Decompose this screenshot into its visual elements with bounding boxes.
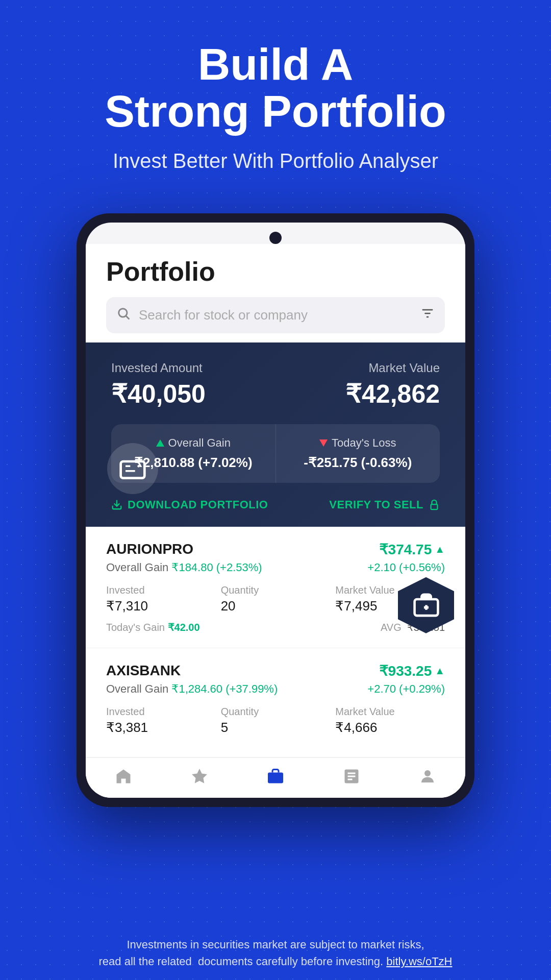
stats-card: Invested Amount ₹40,050 Market Value ₹42… xyxy=(86,342,465,527)
nav-profile[interactable] xyxy=(418,767,437,786)
download-portfolio-button[interactable]: DOWNLOAD PORTFOLIO xyxy=(111,498,268,511)
svg-line-6 xyxy=(126,316,129,318)
down-arrow-icon xyxy=(319,439,328,447)
hero-subtitle: Invest Better With Portfolio Analyser xyxy=(31,150,520,173)
aurionpro-name: AURIONPRO xyxy=(106,541,193,557)
phone-screen: Portfolio Search for stock or company xyxy=(86,223,465,798)
search-bar[interactable]: Search for stock or company xyxy=(106,297,445,333)
stats-top-row: Invested Amount ₹40,050 Market Value ₹42… xyxy=(111,361,440,409)
today-loss-block: Today's Loss -₹251.75 (-0.63%) xyxy=(276,424,440,483)
svg-point-17 xyxy=(424,770,431,776)
search-icon xyxy=(116,306,131,324)
svg-point-1 xyxy=(137,465,140,468)
disclaimer-link[interactable]: bitly.ws/oTzH xyxy=(386,955,452,968)
action-row: DOWNLOAD PORTFOLIO VERIFY TO SELL xyxy=(111,498,440,511)
verify-to-sell-button[interactable]: VERIFY TO SELL xyxy=(329,498,440,511)
up-arrow-icon xyxy=(156,439,164,447)
svg-rect-11 xyxy=(431,504,438,509)
portfolio-page-title: Portfolio xyxy=(106,256,445,287)
stock-list: AURIONPRO ₹374.75 ▲ Overall Gain ₹184.80… xyxy=(86,527,465,757)
bottom-nav xyxy=(86,757,465,798)
disclaimer-text: Investments in securities market are sub… xyxy=(99,938,424,968)
aurionpro-details-grid: Invested ₹7,310 Quantity 20 Market Value… xyxy=(106,584,445,614)
aurionpro-today-change: +2.10 (+0.56%) xyxy=(367,561,445,574)
nav-orders[interactable] xyxy=(342,767,361,786)
stock-item-axisbank[interactable]: AXISBANK ₹933.25 ▲ Overall Gain ₹1,284.6… xyxy=(86,648,465,757)
gain-loss-card: Overall Gain ₹2,810.88 (+7.02%) Today's … xyxy=(111,424,440,483)
today-loss-label: Today's Loss xyxy=(290,436,426,450)
portfolio-header: Portfolio Search for stock or company xyxy=(86,244,465,344)
axisbank-market-block: Market Value ₹4,666 xyxy=(335,706,445,736)
nav-portfolio[interactable] xyxy=(266,767,285,786)
aurionpro-footer: Today's Gain ₹42.00 AVG ₹365.51 xyxy=(106,621,445,633)
phone-mockup: Portfolio Search for stock or company xyxy=(77,213,474,807)
axisbank-quantity-block: Quantity 5 xyxy=(221,706,331,736)
axisbank-today-change: +2.70 (+0.29%) xyxy=(367,682,445,696)
aurionpro-invested-block: Invested ₹7,310 xyxy=(106,584,216,614)
hero-title: Build A Strong Portfolio xyxy=(31,41,520,135)
axisbank-details-grid: Invested ₹3,381 Quantity 5 Market Value … xyxy=(106,706,445,736)
svg-rect-0 xyxy=(121,461,145,478)
axisbank-price: ₹933.25 ▲ xyxy=(379,663,445,679)
axisbank-name: AXISBANK xyxy=(106,663,181,679)
today-loss-value: -₹251.75 (-0.63%) xyxy=(290,455,426,471)
invested-label: Invested Amount xyxy=(111,361,206,375)
market-value-block: Market Value ₹42,862 xyxy=(345,361,440,409)
aurionpro-price: ₹374.75 ▲ xyxy=(379,541,445,558)
hero-section: Build A Strong Portfolio Invest Better W… xyxy=(0,0,551,213)
aurionpro-overall-gain: Overall Gain ₹184.80 (+2.53%) xyxy=(106,561,262,574)
invested-value: ₹40,050 xyxy=(111,379,206,409)
nav-watchlist[interactable] xyxy=(190,767,209,786)
market-value: ₹42,862 xyxy=(345,379,440,409)
axisbank-invested-block: Invested ₹3,381 xyxy=(106,706,216,736)
invested-amount-block: Invested Amount ₹40,050 xyxy=(111,361,206,409)
svg-rect-12 xyxy=(268,772,283,783)
camera-notch xyxy=(269,232,282,244)
market-label: Market Value xyxy=(345,361,440,375)
axisbank-overall-gain: Overall Gain ₹1,284.60 (+37.99%) xyxy=(106,682,278,696)
nav-home[interactable] xyxy=(114,767,133,786)
search-placeholder: Search for stock or company xyxy=(139,307,412,323)
float-icon-left xyxy=(107,443,158,494)
phone-frame: Portfolio Search for stock or company xyxy=(77,213,474,807)
aurionpro-quantity-block: Quantity 20 xyxy=(221,584,331,614)
filter-icon[interactable] xyxy=(420,306,435,324)
aurionpro-today-gain-label: Today's Gain ₹42.00 xyxy=(106,621,200,633)
disclaimer: Investments in securities market are sub… xyxy=(0,936,551,970)
